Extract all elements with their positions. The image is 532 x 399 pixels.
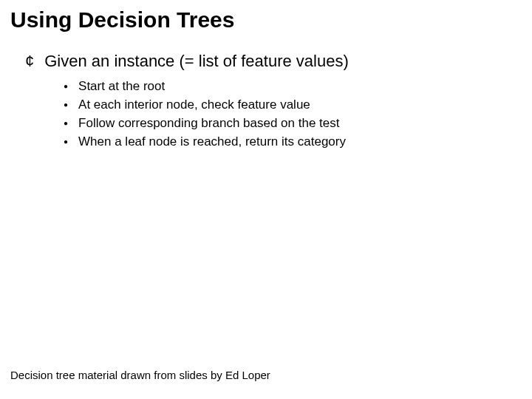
sub-list: ● Start at the root ● At each interior n…: [64, 78, 510, 150]
list-item: ● Follow corresponding branch based on t…: [64, 115, 510, 132]
dot-icon: ●: [64, 134, 68, 150]
list-item: ● Start at the root: [64, 78, 510, 95]
list-item-text: At each interior node, check feature val…: [78, 97, 310, 113]
bullet-text: Given an instance (= list of feature val…: [44, 52, 349, 71]
bullet-glyph: ¢: [25, 52, 34, 71]
bullet-level1: ¢ Given an instance (= list of feature v…: [25, 52, 510, 71]
list-item: ● At each interior node, check feature v…: [64, 97, 510, 113]
slide-title: Using Decision Trees: [10, 7, 234, 33]
list-item-text: When a leaf node is reached, return its …: [78, 134, 346, 150]
dot-icon: ●: [64, 78, 68, 95]
list-item-text: Follow corresponding branch based on the…: [78, 115, 339, 132]
slide: Using Decision Trees ¢ Given an instance…: [0, 0, 532, 399]
list-item-text: Start at the root: [78, 78, 165, 95]
slide-body: ¢ Given an instance (= list of feature v…: [25, 52, 510, 152]
dot-icon: ●: [64, 97, 68, 113]
footnote: Decision tree material drawn from slides…: [10, 369, 270, 381]
dot-icon: ●: [64, 115, 68, 132]
list-item: ● When a leaf node is reached, return it…: [64, 134, 510, 150]
